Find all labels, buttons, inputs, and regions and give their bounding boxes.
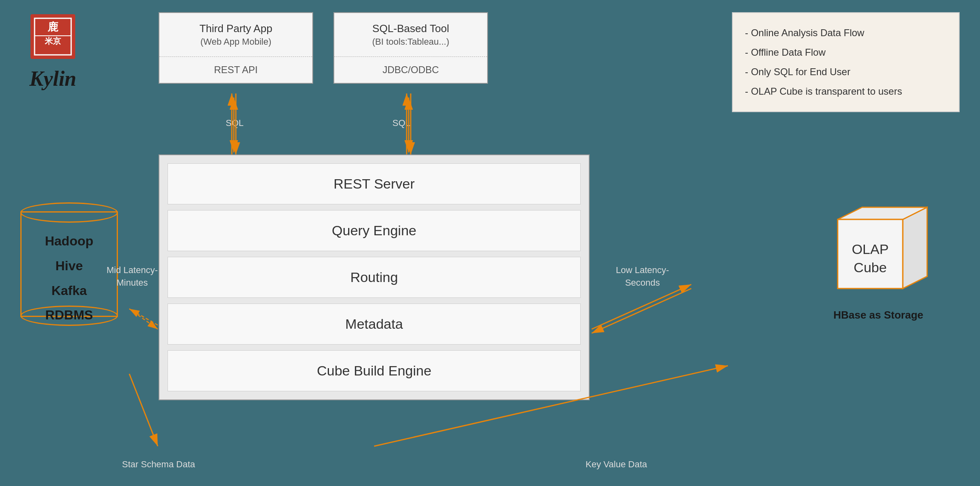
hadoop-label: Hadoop — [22, 229, 117, 254]
third-party-title: Third Party App (Web App Mobile) — [159, 13, 312, 57]
sql-tool-box: SQL-Based Tool (BI tools:Tableau...) JDB… — [333, 12, 488, 84]
low-latency-label: Low Latency-Seconds — [602, 264, 683, 289]
sql-label-right: SQL — [392, 118, 410, 128]
kylin-seal-icon: 鹿 米京 — [28, 12, 77, 61]
olap-cube-shape: OLAP Cube — [821, 195, 935, 301]
main-engine-box: REST Server Query Engine Routing Metadat… — [159, 154, 590, 400]
metadata-component: Metadata — [168, 304, 581, 345]
third-party-api: REST API — [159, 57, 312, 83]
svg-text:OLAP: OLAP — [852, 241, 889, 257]
svg-text:米京: 米京 — [44, 37, 61, 46]
cylinder-bottom — [20, 306, 118, 326]
svg-line-21 — [129, 309, 158, 329]
info-line-2: - Offline Data Flow — [745, 43, 947, 62]
query-engine-component: Query Engine — [168, 210, 581, 251]
cube-build-engine-component: Cube Build Engine — [168, 350, 581, 391]
kylin-name: Kylin — [12, 67, 94, 91]
routing-component: Routing — [168, 257, 581, 298]
svg-line-23 — [592, 284, 691, 329]
svg-line-24 — [592, 289, 691, 333]
svg-text:鹿: 鹿 — [47, 21, 59, 33]
info-line-1: - Online Analysis Data Flow — [745, 23, 947, 43]
sql-label-left: SQL — [226, 118, 244, 128]
star-schema-label: Star Schema Data — [122, 459, 195, 470]
cube-svg-icon: OLAP Cube — [821, 195, 935, 301]
kylin-logo: 鹿 米京 Kylin — [12, 12, 94, 91]
hbase-label: HBase as Storage — [801, 309, 956, 321]
svg-line-22 — [129, 309, 158, 325]
third-party-box: Third Party App (Web App Mobile) REST AP… — [159, 12, 313, 84]
svg-marker-7 — [903, 207, 927, 289]
hbase-storage-box: OLAP Cube HBase as Storage — [801, 195, 956, 321]
cylinder-top — [20, 202, 118, 223]
svg-line-26 — [129, 374, 158, 446]
key-value-label: Key Value Data — [586, 459, 647, 470]
sql-tool-api: JDBC/ODBC — [334, 57, 487, 83]
sql-tool-title: SQL-Based Tool (BI tools:Tableau...) — [334, 13, 487, 57]
svg-text:Cube: Cube — [854, 260, 886, 275]
info-line-3: - Only SQL for End User — [745, 62, 947, 82]
mid-latency-label: Mid Latency-Minutes — [100, 264, 165, 289]
info-line-4: - OLAP Cube is transparent to users — [745, 82, 947, 101]
rest-server-component: REST Server — [168, 163, 581, 204]
info-box: - Online Analysis Data Flow - Offline Da… — [732, 12, 960, 112]
